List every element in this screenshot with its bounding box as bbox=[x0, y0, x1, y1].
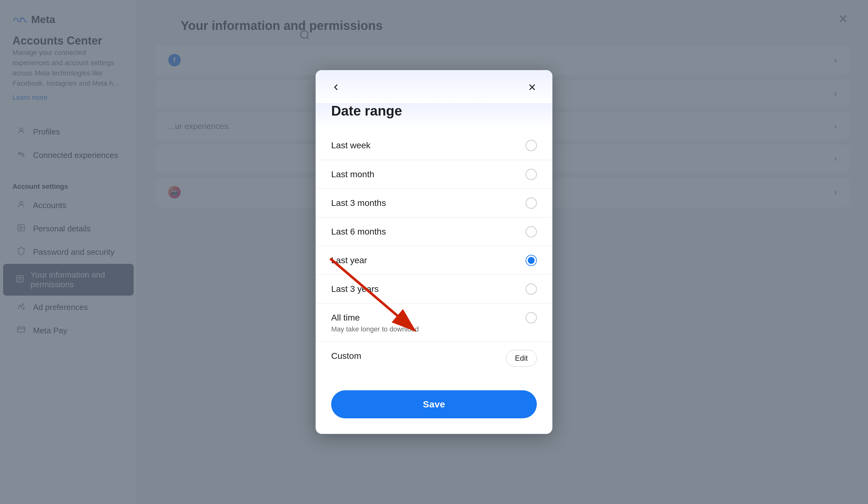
option-last-3-years[interactable]: Last 3 years bbox=[316, 275, 552, 303]
save-button[interactable]: Save bbox=[331, 390, 537, 418]
modal-backdrop: Date range Last week Last month L bbox=[0, 0, 868, 504]
modal-body: Last week Last month Last 3 months bbox=[316, 131, 552, 381]
option-last-3-years-label: Last 3 years bbox=[331, 283, 379, 295]
modal-footer: Save bbox=[316, 381, 552, 434]
option-last-month[interactable]: Last month bbox=[316, 160, 552, 189]
option-last-3-months-radio[interactable] bbox=[526, 198, 537, 209]
option-all-time-radio[interactable] bbox=[526, 312, 537, 323]
option-last-year-radio[interactable] bbox=[526, 255, 537, 266]
option-last-6-months-radio[interactable] bbox=[526, 226, 537, 237]
option-all-time[interactable]: All time May take longer to download bbox=[316, 303, 552, 342]
option-last-year-label: Last year bbox=[331, 254, 367, 266]
option-custom-label: Custom bbox=[331, 350, 361, 362]
option-last-3-months-label: Last 3 months bbox=[331, 197, 386, 209]
option-last-week-label: Last week bbox=[331, 139, 370, 151]
modal-header bbox=[316, 70, 552, 103]
option-last-6-months-label: Last 6 months bbox=[331, 225, 386, 238]
option-last-month-label: Last month bbox=[331, 168, 374, 180]
option-custom[interactable]: Custom Edit bbox=[316, 342, 552, 375]
date-range-modal: Date range Last week Last month L bbox=[316, 70, 552, 434]
option-last-week[interactable]: Last week bbox=[316, 131, 552, 160]
option-last-month-radio[interactable] bbox=[526, 169, 537, 180]
option-last-3-months[interactable]: Last 3 months bbox=[316, 189, 552, 218]
modal-back-button[interactable] bbox=[331, 83, 341, 94]
modal-title: Date range bbox=[316, 103, 552, 128]
modal-close-button[interactable] bbox=[527, 83, 537, 94]
custom-edit-button[interactable]: Edit bbox=[506, 350, 537, 367]
option-last-3-years-radio[interactable] bbox=[526, 283, 537, 295]
option-last-week-radio[interactable] bbox=[526, 140, 537, 151]
option-last-year[interactable]: Last year bbox=[316, 246, 552, 275]
option-last-6-months[interactable]: Last 6 months bbox=[316, 218, 552, 246]
option-all-time-sublabel: May take longer to download bbox=[331, 325, 419, 333]
modal-header-area: Date range bbox=[316, 70, 552, 131]
option-all-time-label: All time bbox=[331, 312, 419, 324]
